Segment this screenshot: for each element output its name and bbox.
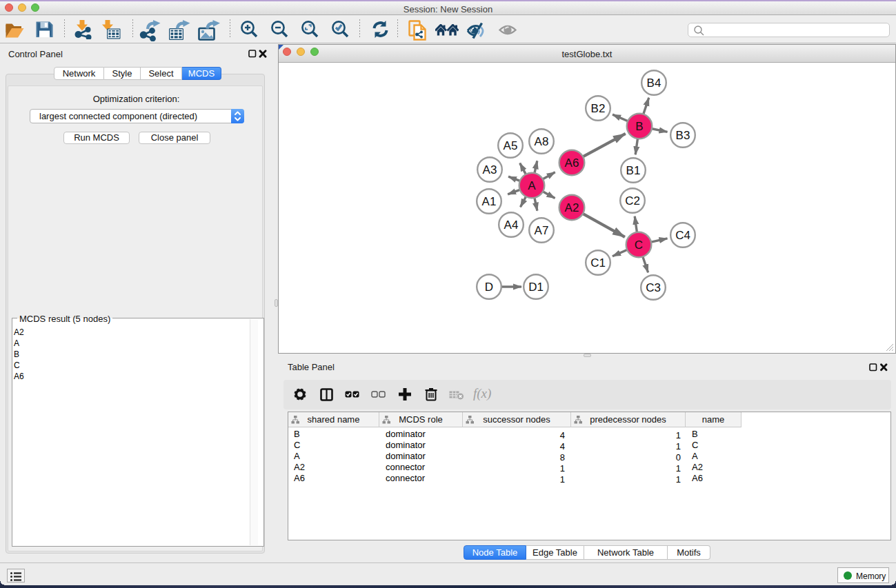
svg-text:A1: A1 xyxy=(482,195,497,208)
svg-text:C3: C3 xyxy=(646,281,661,294)
svg-text:A8: A8 xyxy=(535,135,549,148)
svg-text:A4: A4 xyxy=(504,219,519,232)
svg-text:A: A xyxy=(528,179,536,192)
svg-text:A6: A6 xyxy=(565,156,579,170)
svg-text:B: B xyxy=(635,120,643,133)
svg-text:B2: B2 xyxy=(591,102,606,115)
svg-text:C1: C1 xyxy=(590,256,606,270)
svg-text:C: C xyxy=(635,239,643,252)
svg-text:B3: B3 xyxy=(676,129,690,142)
svg-text:A3: A3 xyxy=(483,163,497,176)
svg-text:A7: A7 xyxy=(535,224,549,237)
svg-text:D: D xyxy=(485,281,493,294)
svg-text:C2: C2 xyxy=(625,194,640,207)
svg-text:D1: D1 xyxy=(528,281,544,294)
svg-text:C4: C4 xyxy=(675,229,690,242)
svg-text:A5: A5 xyxy=(504,139,518,152)
svg-text:A2: A2 xyxy=(565,201,579,214)
svg-text:B1: B1 xyxy=(626,164,641,177)
svg-text:B4: B4 xyxy=(647,77,661,90)
